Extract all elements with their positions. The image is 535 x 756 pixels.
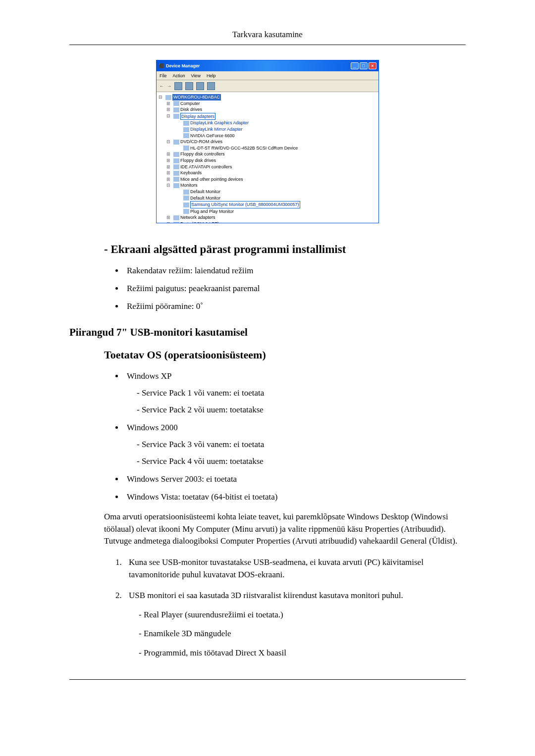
- menu-help: Help: [207, 73, 216, 78]
- device-icon: [183, 202, 189, 207]
- maximize-icon: □: [360, 62, 368, 69]
- os-2000: Windows 2000: [127, 423, 178, 432]
- tree-node: Disk drives: [166, 106, 376, 113]
- settings-list: Rakendatav režiim: laiendatud režiim Rež…: [124, 266, 466, 311]
- device-icon: [173, 140, 179, 145]
- list-item: Windows XP - Service Pack 1 või vanem: e…: [124, 371, 466, 415]
- menu-view: View: [191, 73, 201, 78]
- dm-window: ⬛ Device Manager _ □ × File Action View …: [156, 60, 379, 223]
- dm-window-buttons: _ □ ×: [351, 62, 376, 69]
- toolbar-back-icon: ←: [160, 84, 164, 89]
- tree-leaf: NVIDIA GeForce 6600: [174, 133, 376, 139]
- os-info-paragraph: Oma arvuti operatsioonisüsteemi kohta le…: [104, 511, 466, 548]
- tree-node: Mice and other pointing devices: [166, 176, 376, 183]
- list-item: USB monitori ei saa kasutada 3D riistvar…: [124, 590, 466, 659]
- device-icon: [183, 146, 189, 151]
- device-icon: [183, 121, 189, 126]
- tree-node: IDE ATA/ATAPI controllers: [166, 164, 376, 170]
- device-icon: [183, 190, 189, 195]
- tree-leaf: Samsung UbiSync Monitor (USB_8800004UM30…: [174, 201, 376, 208]
- list-item: Režiimi paigutus: peaekraanist paremal: [124, 284, 466, 294]
- computer-icon: [165, 95, 171, 100]
- os-xp: Windows XP: [127, 371, 171, 381]
- tree-node: Floppy disk controllers: [166, 151, 376, 157]
- heading-settings: - Ekraani algsätted pärast programmi ins…: [104, 243, 466, 256]
- device-icon: [173, 215, 179, 220]
- tree-node: Network adapters: [166, 214, 376, 221]
- tree-leaf: DisplayLink Mirror Adapter: [174, 126, 376, 133]
- tree-node: DVD/CD-ROM drives: [166, 139, 376, 145]
- n2-text: USB monitori ei saa kasutada 3D riistvar…: [129, 591, 403, 600]
- device-icon: [173, 158, 179, 163]
- tree-leaf: Plug and Play Monitor: [174, 208, 376, 215]
- close-icon: ×: [369, 62, 376, 69]
- list-item: Kuna see USB-monitor tuvastatakse USB-se…: [124, 556, 466, 581]
- toolbar-icon: [185, 82, 193, 90]
- tree-monitors: Monitors: [166, 182, 376, 189]
- minimize-icon: _: [351, 62, 359, 69]
- device-icon: [173, 222, 179, 223]
- list-item: Windows Server 2003: ei toetata: [124, 474, 466, 484]
- sub-item: - Enamikele 3D mängudele: [139, 628, 466, 640]
- dm-title: Device Manager: [166, 63, 200, 68]
- sub-item: - Service Pack 1 või vanem: ei toetata: [137, 388, 466, 398]
- dm-toolbar: ← →: [157, 80, 378, 92]
- list-item: Rakendatav režiim: laiendatud režiim: [124, 266, 466, 276]
- device-manager-screenshot: ⬛ Device Manager _ □ × File Action View …: [156, 60, 379, 223]
- device-icon: [183, 133, 189, 138]
- tree-root: WORKGROU-8DABAC: [159, 94, 376, 101]
- device-icon: [183, 196, 189, 201]
- sub-item: - Service Pack 2 või uuem: toetatakse: [137, 405, 466, 415]
- footer-rule: [69, 679, 466, 680]
- list-item: Windows 2000 - Service Pack 3 või vanem:…: [124, 423, 466, 466]
- tree-leaf: HL-DT-ST RW/DVD GCC-4522B SCSI CdRom Dev…: [174, 145, 376, 151]
- toolbar-fwd-icon: →: [167, 84, 171, 89]
- heading-os: Toetatav OS (operatsioonisüsteem): [104, 349, 466, 361]
- dm-menubar: File Action View Help: [157, 71, 378, 80]
- device-icon: [173, 152, 179, 157]
- dm-icon: ⬛: [159, 63, 164, 68]
- list-item: Windows Vista: toetatav (64-bitist ei to…: [124, 492, 466, 502]
- device-icon: [173, 101, 179, 106]
- heading-limitations: Piirangud 7" USB-monitori kasutamisel: [69, 326, 466, 339]
- device-icon: [173, 171, 179, 176]
- numbered-list: Kuna see USB-monitor tuvastatakse USB-se…: [124, 556, 466, 659]
- list-item: Režiimi pööramine: 0˚: [124, 302, 466, 311]
- menu-action: Action: [173, 73, 185, 78]
- menu-file: File: [160, 73, 167, 78]
- tree-leaf: Default Monitor: [174, 189, 376, 195]
- page-header: Tarkvara kasutamine: [69, 30, 466, 45]
- tree-leaf: DisplayLink Graphics Adapter: [174, 120, 376, 126]
- toolbar-icon: [174, 82, 182, 90]
- sub-item: - Service Pack 4 või uuem: toetatakse: [137, 456, 466, 466]
- sub-item: - Service Pack 3 või vanem: ei toetata: [137, 440, 466, 450]
- tree-node: Ports (COM & LPT): [166, 221, 376, 223]
- tree-node: Floppy disk drives: [166, 157, 376, 164]
- toolbar-icon: [196, 82, 204, 90]
- device-icon: [173, 164, 179, 169]
- device-icon: [183, 127, 189, 132]
- device-icon: [183, 209, 189, 214]
- dm-titlebar: ⬛ Device Manager _ □ ×: [157, 60, 378, 71]
- device-icon: [173, 107, 179, 112]
- tree-node: Computer: [166, 101, 376, 107]
- dm-tree: WORKGROU-8DABAC Computer Disk drives Dis…: [157, 92, 378, 223]
- tree-leaf: Default Monitor: [174, 195, 376, 202]
- tree-node: Keyboards: [166, 170, 376, 176]
- os-list: Windows XP - Service Pack 1 või vanem: e…: [124, 371, 466, 502]
- sub-item: - Real Player (suurendusrežiimi ei toeta…: [139, 609, 466, 621]
- sub-item: - Programmid, mis töötavad Direct X baas…: [139, 647, 466, 659]
- device-icon: [173, 183, 179, 188]
- toolbar-icon: [207, 82, 215, 90]
- tree-display-adapters: Display adapters: [166, 113, 376, 120]
- device-icon: [173, 177, 179, 182]
- device-icon: [173, 114, 179, 119]
